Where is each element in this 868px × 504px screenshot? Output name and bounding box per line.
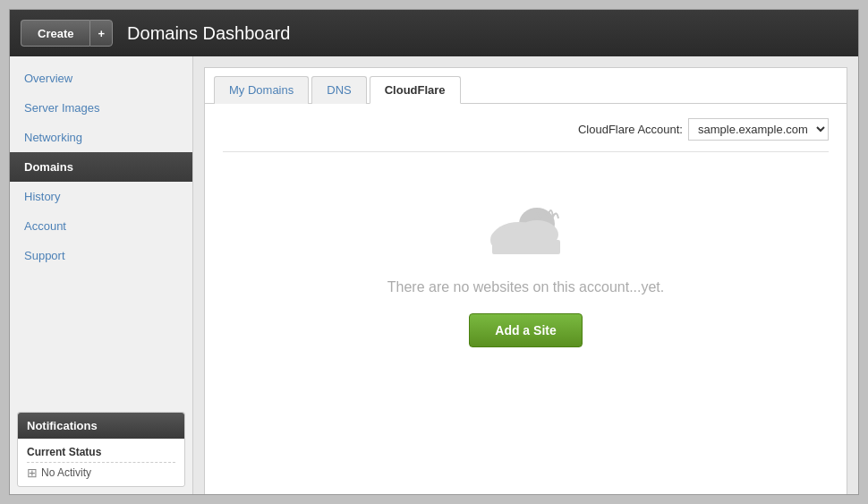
sidebar-item-overview[interactable]: Overview xyxy=(10,64,192,93)
cloudflare-empty-text: There are no websites on this account...… xyxy=(387,279,665,295)
current-status-label: Current Status xyxy=(27,446,175,463)
tab-my-domains[interactable]: My Domains xyxy=(214,76,309,104)
cloudflare-account-select[interactable]: sample.example.com xyxy=(688,118,829,141)
activity-item: ⊞ No Activity xyxy=(27,466,175,479)
sidebar-item-domains[interactable]: Domains xyxy=(10,152,192,182)
cloudflare-content: CloudFlare Account: sample.example.com xyxy=(205,104,847,397)
tab-cloudflare[interactable]: CloudFlare xyxy=(370,76,461,104)
cloudflare-account-label: CloudFlare Account: xyxy=(578,123,683,136)
create-button[interactable]: Create xyxy=(21,20,89,47)
svg-rect-4 xyxy=(492,240,560,254)
content-area: My Domains DNS CloudFlare CloudFlare Acc… xyxy=(193,56,858,494)
sidebar-nav: Overview Server Images Networking Domain… xyxy=(10,64,192,405)
plus-small-icon: ⊞ xyxy=(27,466,38,479)
sidebar: Overview Server Images Networking Domain… xyxy=(10,56,193,494)
sidebar-item-networking[interactable]: Networking xyxy=(10,123,192,152)
tabs-bar: My Domains DNS CloudFlare xyxy=(205,68,847,104)
plus-button[interactable]: + xyxy=(89,20,113,47)
notifications-body: Current Status ⊞ No Activity xyxy=(18,439,184,486)
sidebar-item-account[interactable]: Account xyxy=(10,211,192,241)
sidebar-item-server-images[interactable]: Server Images xyxy=(10,93,192,123)
tab-dns[interactable]: DNS xyxy=(311,76,366,104)
sidebar-item-support[interactable]: Support xyxy=(10,241,192,270)
main-layout: Overview Server Images Networking Domain… xyxy=(10,56,858,494)
sidebar-item-history[interactable]: History xyxy=(10,182,192,211)
header: Create + Domains Dashboard xyxy=(10,10,858,56)
content-panel: My Domains DNS CloudFlare CloudFlare Acc… xyxy=(204,67,847,494)
activity-label: No Activity xyxy=(41,466,91,479)
cloudflare-account-bar: CloudFlare Account: sample.example.com xyxy=(223,118,829,152)
create-button-group: Create + xyxy=(21,20,113,47)
notifications-header: Notifications xyxy=(18,413,184,439)
notifications-section: Notifications Current Status ⊞ No Activi… xyxy=(17,412,185,487)
page-title: Domains Dashboard xyxy=(127,23,290,44)
add-site-button[interactable]: Add a Site xyxy=(469,313,582,347)
cloud-icon xyxy=(472,199,580,261)
cloudflare-empty-state: There are no websites on this account...… xyxy=(223,163,829,383)
